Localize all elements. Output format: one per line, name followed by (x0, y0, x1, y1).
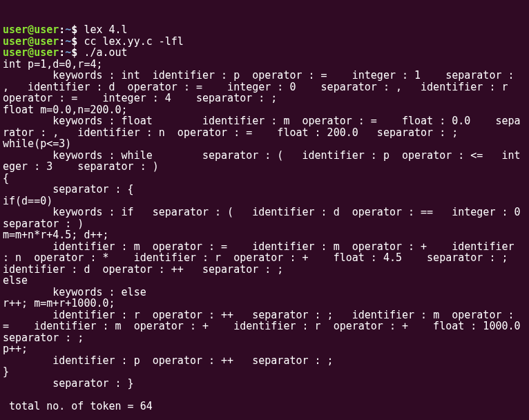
prompt: user@user:~$ (3, 23, 84, 36)
prompt-user: user@user (3, 23, 59, 36)
prompt-dollar: $ (71, 23, 84, 36)
prompt-user: user@user (3, 35, 59, 48)
prompt-path: ~ (65, 35, 71, 48)
command-2: cc lex.yy.c -lfl (84, 35, 184, 48)
prompt-path: ~ (65, 23, 71, 36)
prompt-sep: : (59, 35, 65, 48)
prompt-dollar: $ (71, 46, 84, 59)
prompt: user@user:~$ (3, 46, 84, 59)
prompt-sep: : (59, 46, 65, 59)
command-1: lex 4.l (84, 23, 127, 36)
prompt-sep: : (59, 23, 65, 36)
prompt-dollar: $ (71, 35, 84, 48)
program-output: int p=1,d=0,r=4; keywords : int identifi… (3, 58, 529, 412)
prompt: user@user:~$ (3, 35, 84, 48)
prompt-user: user@user (3, 46, 59, 59)
prompt-path: ~ (65, 46, 71, 59)
terminal[interactable]: user@user:~$ lex 4.l user@user:~$ cc lex… (0, 12, 529, 414)
command-3: ./a.out (84, 46, 127, 59)
